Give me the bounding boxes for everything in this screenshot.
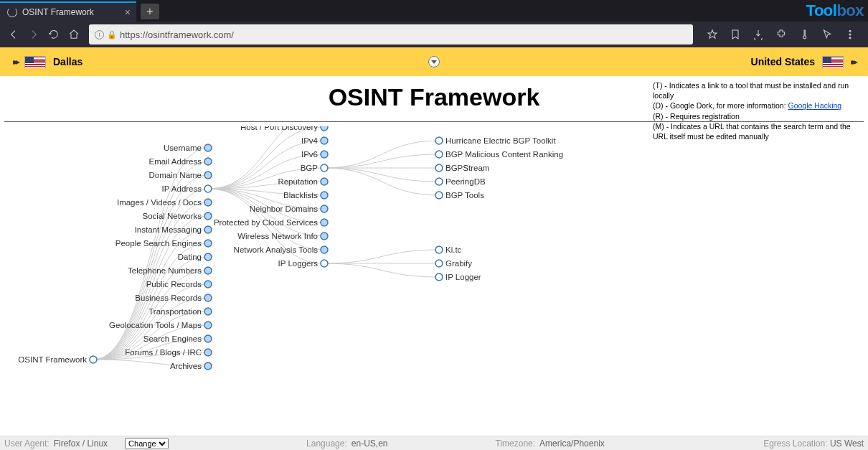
tree-node[interactable]: IP Address: [162, 184, 212, 193]
ua-label: User Agent:: [4, 439, 49, 449]
page-content: OSINT Framework (T) - Indicates a link t…: [0, 76, 868, 436]
close-tab-icon[interactable]: ×: [125, 6, 131, 18]
svg-point-43: [321, 137, 328, 144]
svg-text:Social Networks: Social Networks: [143, 212, 202, 220]
lock-icon: 🔒: [107, 30, 117, 39]
tree-node[interactable]: PeeringDB: [435, 177, 486, 186]
tree-node[interactable]: Email Address: [148, 157, 212, 166]
cursor-icon[interactable]: [819, 27, 835, 42]
tree-node[interactable]: Hurricane Electric BGP Toolkit: [435, 136, 556, 145]
tree-node[interactable]: BGP Malicious Content Ranking: [435, 150, 563, 159]
egress-value: US West: [830, 439, 864, 449]
google-hacking-link[interactable]: Google Hacking: [788, 101, 841, 110]
svg-text:BGP Malicious Content Ranking: BGP Malicious Content Ranking: [445, 150, 563, 159]
tree-node[interactable]: Instant Messaging: [135, 225, 212, 234]
extension-icon[interactable]: [773, 27, 789, 42]
tree-node[interactable]: OSINT Framework: [18, 355, 97, 364]
tree-node[interactable]: Wireless Network Info: [237, 232, 328, 240]
svg-text:Reputation: Reputation: [278, 177, 318, 186]
menu-icon[interactable]: [842, 27, 858, 42]
tree-node[interactable]: BGPStream: [435, 164, 489, 172]
svg-point-7: [204, 158, 212, 165]
tree-node[interactable]: Geolocation Tools / Maps: [109, 321, 212, 329]
svg-point-1: [849, 34, 851, 35]
egress-label: Egress Location:: [763, 439, 827, 449]
svg-point-15: [204, 212, 212, 220]
browser-tab[interactable]: OSINT Framework ×: [0, 1, 136, 22]
tree-node[interactable]: BGP Tools: [435, 191, 484, 200]
location-dropdown-icon[interactable]: [428, 56, 440, 67]
home-icon[interactable]: [66, 27, 82, 42]
tree-node[interactable]: Neighbor Domains: [250, 205, 328, 213]
svg-point-2: [849, 37, 851, 39]
svg-point-67: [435, 164, 443, 172]
flag-us-left: [24, 56, 46, 68]
svg-text:Instant Messaging: Instant Messaging: [135, 225, 202, 234]
tree-node[interactable]: Social Networks: [143, 212, 212, 220]
svg-text:BGPStream: BGPStream: [445, 164, 489, 172]
tree-node[interactable]: Telephone Numbers: [128, 266, 212, 275]
svg-point-73: [435, 246, 443, 253]
reload-icon[interactable]: [46, 27, 62, 42]
svg-text:IP Loggers: IP Loggers: [278, 259, 319, 268]
tree-node[interactable]: Ki.tc: [435, 245, 462, 254]
svg-point-25: [204, 281, 212, 288]
tree-node[interactable]: Search Engines: [143, 334, 212, 343]
tree-node[interactable]: Reputation: [278, 177, 328, 186]
ua-change-select[interactable]: Change: [125, 438, 169, 449]
svg-text:IPv6: IPv6: [301, 150, 318, 159]
svg-point-17: [204, 226, 212, 233]
svg-text:Grabify: Grabify: [445, 259, 472, 268]
tree-node[interactable]: Images / Videos / Docs: [117, 198, 212, 207]
svg-text:Public Records: Public Records: [146, 280, 202, 289]
svg-text:IP Address: IP Address: [162, 184, 202, 193]
tree-node[interactable]: Forums / Blogs / IRC: [125, 348, 212, 357]
tree-node[interactable]: Host / Port Discovery: [240, 126, 328, 131]
tree-node[interactable]: IPv4: [301, 136, 328, 145]
location-country: United States: [751, 56, 815, 67]
svg-point-49: [321, 178, 328, 185]
tree-graph[interactable]: OSINT FrameworkUsernameEmail AddressDoma…: [0, 126, 868, 435]
url-text: https://osintframework.com/: [120, 29, 234, 40]
forward-icon[interactable]: [26, 27, 42, 42]
lang-label: Language:: [306, 439, 347, 449]
tree-node[interactable]: People Search Engines: [115, 239, 212, 248]
new-tab-button[interactable]: +: [141, 4, 159, 19]
tree-node[interactable]: IP Loggers: [278, 259, 328, 268]
download-icon[interactable]: [750, 27, 766, 42]
back-icon[interactable]: [6, 27, 22, 42]
location-city: Dallas: [53, 56, 82, 67]
site-info-icon[interactable]: i: [95, 30, 104, 39]
svg-text:Username: Username: [164, 144, 202, 152]
svg-text:People Search Engines: People Search Engines: [115, 239, 202, 248]
tree-node[interactable]: Username: [164, 144, 212, 152]
svg-text:Email Address: Email Address: [148, 157, 202, 166]
svg-point-31: [204, 322, 212, 329]
star-icon[interactable]: [704, 27, 720, 42]
tree-node[interactable]: Dating: [178, 253, 212, 261]
url-bar[interactable]: i 🔒 https://osintframework.com/: [89, 24, 693, 44]
bookmark-icon[interactable]: [727, 27, 743, 42]
svg-text:BGP: BGP: [301, 164, 319, 172]
tree-node[interactable]: Network Analysis Tools: [234, 245, 328, 254]
svg-point-33: [204, 335, 212, 342]
svg-text:Images / Videos / Docs: Images / Videos / Docs: [117, 198, 202, 207]
tree-node[interactable]: BGP: [301, 164, 328, 172]
tree-node[interactable]: Protected by Cloud Services: [214, 218, 328, 227]
tree-node[interactable]: Archives: [170, 362, 212, 370]
tree-node[interactable]: IPv6: [301, 150, 328, 159]
tree-node[interactable]: Blacklists: [283, 191, 328, 200]
tree-node[interactable]: Grabify: [435, 259, 472, 268]
tree-node[interactable]: Business Records: [135, 294, 212, 302]
tree-node[interactable]: IP Logger: [435, 273, 481, 281]
tree-node[interactable]: Domain Name: [149, 171, 212, 179]
svg-text:Ki.tc: Ki.tc: [445, 245, 462, 254]
svg-point-23: [204, 267, 212, 274]
temp-icon[interactable]: [796, 27, 812, 42]
svg-point-47: [321, 164, 328, 172]
location-bar: ▸▸▸ Dallas United States ▸▸▸: [0, 47, 868, 76]
arrows-left-icon[interactable]: ▸▸▸: [13, 57, 17, 67]
arrows-right-icon[interactable]: ▸▸▸: [851, 57, 855, 67]
svg-point-41: [321, 126, 328, 131]
svg-text:IP Logger: IP Logger: [445, 273, 481, 281]
